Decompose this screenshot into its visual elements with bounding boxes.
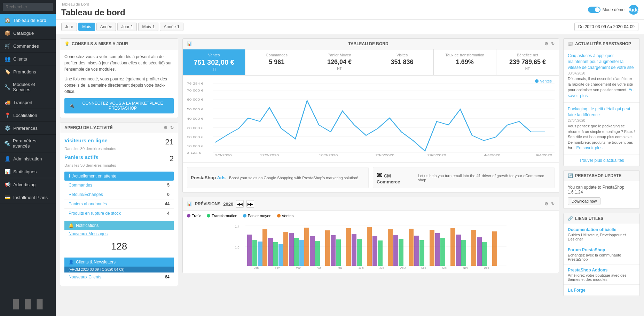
prev-refresh-icon[interactable]: ↻ — [551, 202, 555, 206]
refresh-icon[interactable]: ↻ — [170, 125, 174, 130]
kpi-label: Commandes — [250, 53, 304, 57]
kpi-value: 239 789,65 € — [501, 58, 555, 66]
svg-text:Juin: Juin — [359, 266, 364, 269]
svg-text:Juil: Juil — [379, 266, 384, 269]
attente-link[interactable]: Retours/Échanges — [69, 192, 103, 197]
search-input[interactable] — [3, 3, 53, 11]
prestashop-ads-logo: PrestaShop Ads — [191, 175, 226, 180]
tdb-gear-icon[interactable]: ⚙ — [544, 41, 548, 46]
lien-text: Améliorez votre boutique avec des thèmes… — [568, 273, 635, 282]
prev-legend-item[interactable]: Ventes — [277, 214, 294, 218]
notif-messages-link[interactable]: Nouveaux Messages — [69, 231, 108, 236]
lien-link[interactable]: La Forge — [568, 288, 586, 293]
help-button[interactable]: Aide — [629, 5, 638, 15]
filter-btn-année[interactable]: Année — [96, 23, 116, 31]
legend-color-dot — [243, 214, 246, 218]
sidebar-item-installment-plans[interactable]: 💳Installment Plans — [0, 191, 56, 204]
filter-btn-jour-1[interactable]: Jour-1 — [117, 23, 137, 31]
prev-icons[interactable]: ⚙ ↻ — [544, 202, 555, 206]
find-more-link[interactable]: Trouver plus d'actualités — [579, 158, 624, 163]
sidebar-item-promotions[interactable]: 🏷️Promotions — [0, 65, 56, 78]
attente-count: 0 — [167, 192, 170, 197]
svg-text:10 000 €: 10 000 € — [187, 144, 203, 148]
prev-forward-button[interactable]: ▶▶ — [246, 200, 254, 208]
prev-legend: TraficTransformationPanier moyenVentes — [183, 211, 559, 221]
actu-title-link[interactable]: Packaging : le petit détail qui peut fai… — [568, 106, 630, 117]
sidebar-item-modules-et-services[interactable]: 🔧Modules et Services — [0, 78, 56, 96]
mode-demo-toggle[interactable]: Mode démo — [588, 7, 625, 13]
attente-link[interactable]: Paniers abandonnés — [69, 202, 107, 206]
actu-title-link[interactable]: Cinq astuces à appliquer maintenant pour… — [568, 53, 634, 70]
sidebar-item-localisation[interactable]: 📍Localisation — [0, 109, 56, 122]
sidebar-item-préférences[interactable]: ⚙️Préférences — [0, 122, 56, 135]
ads-row: PrestaShop Ads Boost your sales on Googl… — [183, 163, 559, 192]
sidebar-item-administration[interactable]: 👤Administration — [0, 152, 56, 165]
date-filter-bar: JourMoisAnnéeJour-1Mois-1Année-1 Du 2020… — [56, 20, 644, 34]
svg-text:12/3/2020: 12/3/2020 — [260, 153, 279, 156]
date-range[interactable]: Du 2020-03-09 Au 2020-04-09 — [574, 23, 638, 31]
prev-back-button[interactable]: ◀◀ — [236, 200, 244, 208]
visiteurs-count: 21 — [165, 137, 174, 147]
actu-more-link[interactable]: En savoir plus — [568, 87, 634, 98]
prev-legend-item[interactable]: Panier moyen — [243, 214, 272, 218]
filter-btn-mois-1[interactable]: Mois-1 — [138, 23, 158, 31]
sidebar-item-statistiques[interactable]: 📊Statistiques — [0, 165, 56, 178]
svg-rect-52 — [461, 240, 466, 266]
kpi-cell[interactable]: Taux de transformation1.69% — [434, 49, 496, 75]
kpi-cell[interactable]: Panier Moyen126,04 €HT — [308, 49, 371, 75]
kpi-row: Ventes751 302,00 €HTCommandes5 961Panier… — [183, 49, 559, 76]
tdb-header-icons[interactable]: ⚙ ↻ — [544, 41, 555, 46]
sidebar-item-clients[interactable]: 👥Clients — [0, 53, 56, 65]
prev-gear-icon[interactable]: ⚙ — [544, 202, 548, 206]
filter-btn-année-1[interactable]: Année-1 — [160, 23, 183, 31]
kpi-cell[interactable]: Bénéfice net239 789,65 €HT — [496, 49, 559, 75]
notif-count: 128 — [64, 238, 174, 255]
lien-link[interactable]: PrestaShop Addons — [568, 268, 607, 272]
svg-rect-47 — [357, 239, 362, 266]
attente-link[interactable]: Produits en rupture de stock — [69, 211, 121, 216]
lien-link[interactable]: Forum PrestaShop — [568, 247, 605, 252]
page-title: Tableau de bord — [61, 8, 125, 17]
prev-legend-item[interactable]: Trafic — [187, 214, 201, 218]
kpi-cell[interactable]: Visites351 836 — [371, 49, 434, 75]
sidebar-label: Statistiques — [13, 169, 37, 174]
marketplace-connect-button[interactable]: 🔌 CONNECTEZ VOUS A LA MARKETPLACE PRESTA… — [64, 98, 174, 113]
filter-btn-mois[interactable]: Mois — [78, 23, 95, 31]
sidebar-item-tableau-de-bord[interactable]: 🏠Tableau de Bord — [0, 14, 56, 27]
notif-header: 🔔 Notifications — [64, 221, 174, 230]
legend-label: Ventes — [282, 214, 294, 218]
filter-btn-jour[interactable]: Jour — [61, 23, 77, 31]
attente-count: 44 — [165, 202, 170, 206]
svg-text:Oct: Oct — [442, 266, 447, 269]
sidebar-label: Commandes — [13, 44, 39, 49]
download-button[interactable]: Download now — [568, 197, 600, 205]
tdb-refresh-icon[interactable]: ↻ — [551, 41, 555, 46]
gear-icon[interactable]: ⚙ — [164, 125, 167, 130]
prev-chart-svg: 1.4 1.0 — [187, 221, 555, 269]
prev-chart-icon: 📊 — [187, 202, 192, 206]
attente-rows: Commandes5Retours/Échanges0Paniers aband… — [64, 181, 174, 218]
lien-link[interactable]: Documentation officielle — [568, 227, 616, 232]
search-box[interactable] — [0, 0, 56, 14]
chart-area: Ventes 76 284 € 70 000 € 60 000 € 50 000… — [183, 76, 559, 163]
prev-legend-item[interactable]: Transformation — [207, 214, 237, 218]
sidebar-item-transport[interactable]: 🚚Transport — [0, 96, 56, 109]
svg-rect-67 — [471, 230, 476, 266]
sidebar-item-catalogue[interactable]: 📦Catalogue — [0, 27, 56, 40]
conseil-text-1: Connectez-vous à votre compte dès à prés… — [64, 54, 174, 72]
svg-rect-37 — [393, 235, 398, 266]
attente-row: Paniers abandonnés44 — [64, 199, 174, 209]
nouveaux-clients-link[interactable]: Nouveaux Clients — [69, 275, 101, 279]
sidebar-item-paramètres-avancés[interactable]: 🔩Paramètres avancés — [0, 135, 56, 152]
apercu-panel: APERÇU DE L'ACTIVITÉ ⚙ ↻ Visiteurs en li… — [60, 122, 178, 286]
sidebar-item-commandes[interactable]: 🛒Commandes — [0, 40, 56, 53]
actu-more-link[interactable]: En savoir plus — [576, 145, 602, 150]
sidebar-item-advertising[interactable]: 📢Advertising — [0, 178, 56, 191]
kpi-cell[interactable]: Commandes5 961 — [245, 49, 308, 75]
svg-text:23/3/2020: 23/3/2020 — [376, 153, 394, 156]
toggle-knob[interactable] — [588, 7, 600, 13]
attente-link[interactable]: Commandes — [69, 183, 92, 188]
kpi-cell[interactable]: Ventes751 302,00 €HT — [183, 49, 245, 75]
sidebar-icon: 📢 — [4, 182, 10, 187]
apercu-icons[interactable]: ⚙ ↻ — [164, 125, 174, 130]
